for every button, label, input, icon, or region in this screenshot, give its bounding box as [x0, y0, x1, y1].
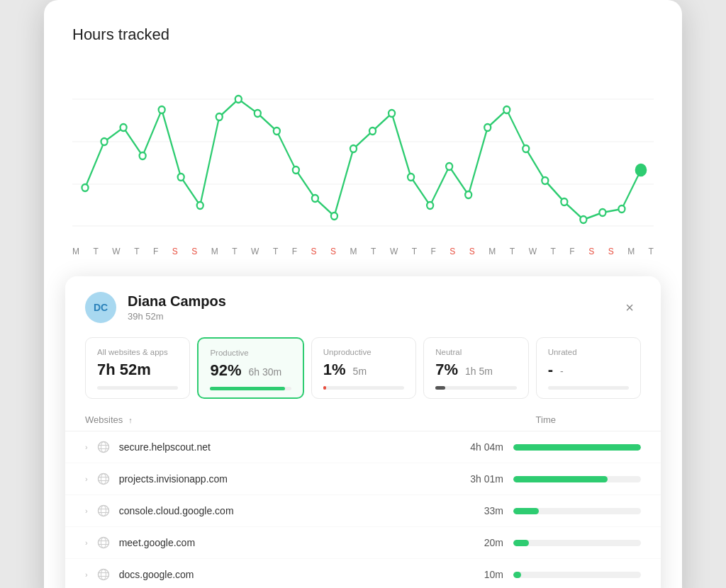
svg-point-35 [101, 442, 106, 453]
row-url: secure.helpscout.net [119, 441, 461, 453]
table-col-time: Time [536, 414, 556, 425]
table-header: Websites ↑ Time [65, 412, 661, 431]
row-bar-track [513, 572, 641, 578]
svg-point-14 [274, 128, 280, 135]
svg-point-43 [101, 506, 106, 516]
svg-point-33 [636, 164, 646, 176]
row-time: 33m [461, 505, 503, 516]
svg-point-7 [140, 152, 146, 159]
outer-card: Hours tracked MTWTFSSMTWTFSSMTWTFSSMTWTF… [44, 0, 682, 588]
svg-point-26 [503, 106, 510, 113]
svg-point-25 [484, 124, 491, 131]
svg-point-23 [446, 163, 452, 170]
stat-values-productive: 92% 6h 30m [210, 361, 291, 380]
svg-point-4 [82, 184, 89, 191]
table-row: › projects.invisionapp.com 3h 01m [65, 463, 661, 495]
x-axis: MTWTFSSMTWTFSSMTWTFSSMTWTFSSMT [72, 241, 654, 256]
svg-point-5 [101, 138, 108, 145]
table-row: › meet.google.com 20m [65, 527, 661, 559]
row-url: projects.invisionapp.com [119, 473, 461, 485]
stat-main-unrated: - [548, 361, 553, 379]
svg-point-39 [101, 474, 106, 485]
modal-card: DC Diana Campos 39h 52m × All websites &… [65, 276, 661, 588]
row-bar-fill [513, 444, 641, 451]
row-expand-icon[interactable]: › [85, 570, 88, 579]
svg-point-31 [599, 209, 605, 216]
row-bar-fill [513, 540, 529, 546]
stat-bar-track-unproductive [323, 386, 404, 390]
svg-point-32 [618, 205, 625, 213]
user-info: Diana Campos 39h 52m [128, 293, 607, 322]
row-expand-icon[interactable]: › [85, 475, 88, 483]
website-icon [95, 470, 112, 487]
row-expand-icon[interactable]: › [85, 443, 88, 451]
svg-point-13 [255, 110, 261, 117]
svg-point-22 [427, 202, 433, 209]
svg-point-16 [312, 195, 318, 202]
svg-point-27 [523, 145, 529, 152]
svg-point-51 [101, 570, 106, 580]
hours-chart [72, 57, 654, 227]
row-bar-track [513, 476, 641, 482]
stat-card-productive: Productive 92% 6h 30m [197, 337, 303, 399]
website-icon [95, 534, 112, 551]
stat-card-unproductive: Unproductive 1% 5m [311, 337, 416, 399]
stat-label-productive: Productive [210, 349, 291, 357]
stat-secondary-neutral: 1h 5m [465, 366, 493, 377]
chart-section: Hours tracked MTWTFSSMTWTFSSMTWTFSSMTWTF… [72, 26, 654, 264]
stat-main-all: 7h 52m [97, 361, 151, 379]
stat-label-neutral: Neutral [435, 348, 516, 356]
modal-header: DC Diana Campos 39h 52m × [65, 276, 661, 330]
svg-point-34 [98, 442, 108, 453]
svg-point-11 [216, 113, 223, 120]
stat-bar-fill-productive [210, 387, 284, 390]
svg-point-38 [98, 474, 108, 485]
stat-bar-fill-unproductive [323, 386, 327, 390]
svg-point-8 [159, 106, 165, 113]
row-bar-fill [513, 508, 539, 514]
table-row: › docs.google.com 10m [65, 559, 661, 588]
row-url: docs.google.com [119, 569, 461, 580]
website-icon [95, 566, 112, 583]
row-bar-track [513, 444, 641, 451]
table-row: › secure.helpscout.net 4h 04m [65, 431, 661, 463]
stat-label-all: All websites & apps [97, 348, 178, 356]
stat-card-neutral: Neutral 7% 1h 5m [423, 337, 528, 399]
avatar: DC [85, 292, 116, 323]
svg-point-19 [369, 128, 376, 135]
stat-bar-track-neutral [435, 386, 516, 390]
stat-secondary-unrated: - [560, 366, 564, 377]
svg-point-15 [293, 166, 299, 174]
svg-point-50 [98, 570, 108, 580]
table-row: › console.cloud.google.com 33m [65, 495, 661, 527]
svg-point-20 [389, 110, 395, 117]
svg-point-29 [561, 198, 567, 205]
svg-point-46 [98, 538, 108, 548]
row-url: console.cloud.google.com [119, 505, 461, 516]
stat-secondary-unproductive: 5m [353, 366, 367, 377]
row-bar-track [513, 540, 641, 546]
svg-point-6 [121, 124, 127, 131]
website-table: › secure.helpscout.net 4h 04m › projects… [65, 431, 661, 588]
row-bar-fill [513, 572, 521, 578]
svg-point-12 [235, 96, 242, 103]
stat-card-unrated: Unrated - - [536, 337, 641, 399]
row-time: 4h 04m [461, 441, 503, 453]
stat-bar-track-unrated [548, 386, 629, 390]
close-button[interactable]: × [618, 296, 641, 319]
svg-point-47 [101, 538, 106, 548]
row-expand-icon[interactable]: › [85, 538, 88, 547]
row-bar-fill [513, 476, 608, 482]
stat-card-all: All websites & apps 7h 52m [85, 337, 190, 399]
stat-values-neutral: 7% 1h 5m [435, 361, 516, 379]
stat-bar-fill-neutral [435, 386, 445, 390]
svg-point-9 [178, 174, 184, 181]
stat-bar-track-all [97, 386, 178, 390]
website-icon [95, 439, 112, 456]
stat-secondary-productive: 6h 30m [248, 366, 281, 378]
row-expand-icon[interactable]: › [85, 507, 88, 515]
stat-main-neutral: 7% [435, 361, 458, 379]
stat-label-unrated: Unrated [548, 348, 629, 356]
svg-point-30 [580, 216, 586, 223]
svg-point-28 [542, 177, 548, 184]
